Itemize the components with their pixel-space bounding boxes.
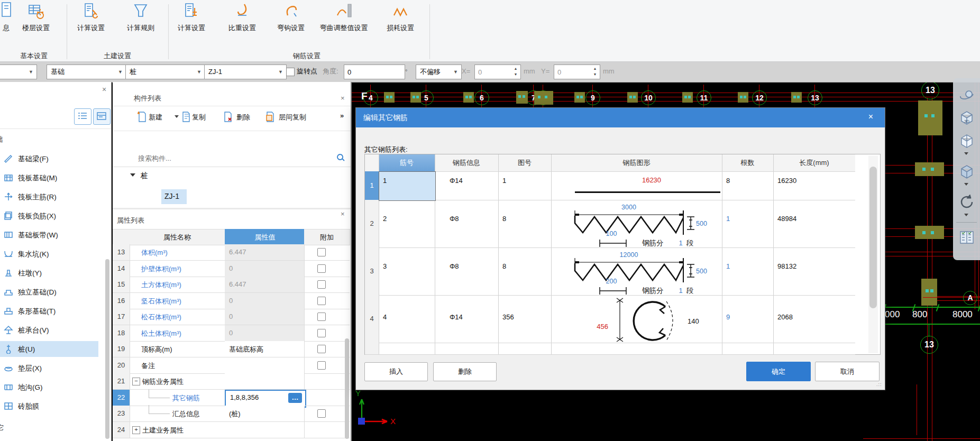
x-offset-stepper[interactable]: ▲▼: [474, 65, 521, 79]
view-tool-view-3d-icon[interactable]: 3D: [957, 108, 976, 127]
type-combo[interactable]: 桩▼: [125, 65, 205, 79]
expand-icon[interactable]: +: [132, 426, 140, 434]
cell-count[interactable]: 1: [726, 262, 730, 270]
cell-tuhao[interactable]: 8: [502, 262, 506, 270]
sidebar-item-垫层(X)[interactable]: 垫层(X): [0, 360, 106, 376]
property-value-cell[interactable]: 0: [225, 309, 305, 325]
scrollbar-thumb[interactable]: [345, 338, 349, 439]
cell-length[interactable]: 98132: [777, 262, 796, 270]
card-view-button[interactable]: [93, 108, 111, 125]
tree-expander-icon[interactable]: [130, 173, 135, 179]
search-box[interactable]: [113, 149, 351, 167]
view-tool-wireframe-box-icon[interactable]: [957, 131, 976, 150]
property-name-cell[interactable]: −钢筋业务属性: [130, 373, 225, 390]
property-name-cell[interactable]: 松土体积(m³): [130, 325, 225, 342]
chevron-down-icon[interactable]: [964, 183, 968, 188]
extra-checkbox[interactable]: [317, 264, 326, 273]
y-offset-input[interactable]: [554, 65, 590, 79]
extra-checkbox[interactable]: [317, 313, 326, 321]
cell-tuhao[interactable]: 1: [502, 177, 506, 185]
property-name-cell[interactable]: 其它钢筋: [130, 390, 225, 406]
search-input[interactable]: [137, 151, 335, 165]
property-value-cell[interactable]: [225, 373, 305, 390]
sidebar-item-条形基础(T)[interactable]: 条形基础(T): [0, 303, 106, 319]
extra-checkbox[interactable]: [317, 329, 326, 337]
property-value-cell[interactable]: [225, 357, 305, 374]
extra-checkbox[interactable]: [317, 361, 326, 370]
collapse-icon[interactable]: −: [132, 378, 140, 385]
column-header[interactable]: 根数: [722, 154, 773, 171]
sidebar-item-柱墩(Y)[interactable]: 柱墩(Y): [0, 265, 106, 281]
sidebar-item-集水坑(K)[interactable]: 集水坑(K): [0, 246, 106, 262]
view-tool-rotate-view-icon[interactable]: [957, 192, 976, 212]
property-name-cell[interactable]: 汇总信息: [130, 406, 225, 422]
column-header[interactable]: 筋号: [379, 154, 435, 171]
ellipsis-button[interactable]: …: [288, 393, 302, 403]
extra-checkbox[interactable]: [317, 248, 326, 256]
resize-grip[interactable]: .::: [876, 382, 883, 388]
sidebar-item-桩(U)[interactable]: 桩(U): [0, 341, 106, 357]
property-name-cell[interactable]: 体积(m³): [130, 244, 225, 261]
sidebar-item-基础梁(F)[interactable]: 基础梁(F): [0, 151, 106, 167]
scrollbar-thumb[interactable]: [869, 167, 877, 308]
property-value-cell[interactable]: [225, 422, 305, 438]
cell-jinhao[interactable]: 4: [383, 313, 387, 321]
new-button[interactable]: 新建: [135, 109, 168, 125]
sidebar-item-桩承台(V)[interactable]: 桩承台(V): [0, 322, 106, 338]
property-value-cell[interactable]: 6.447: [225, 277, 305, 293]
chevron-down-icon[interactable]: [964, 152, 968, 157]
view-tool-display-settings-icon[interactable]: [957, 227, 976, 246]
cell-jinhao[interactable]: 2: [383, 215, 387, 223]
extra-checkbox[interactable]: [317, 409, 326, 418]
sidebar-item-筏板基础(M)[interactable]: 筏板基础(M): [0, 170, 106, 186]
property-name-cell[interactable]: 松石体积(m³): [130, 309, 225, 325]
overflow-icon[interactable]: »: [340, 112, 344, 120]
close-icon[interactable]: ×: [341, 94, 345, 102]
property-value-cell[interactable]: 0: [225, 325, 305, 342]
sidebar-item-基础板带(W)[interactable]: 基础板带(W): [0, 227, 106, 243]
cell-length[interactable]: 16230: [777, 177, 796, 185]
interlayer-copy-button[interactable]: 层间复制: [263, 109, 320, 125]
column-header[interactable]: 长度(mm): [773, 154, 855, 171]
cell-length[interactable]: 48984: [777, 215, 796, 223]
delete-button[interactable]: 删除: [221, 109, 254, 125]
view-tool-solid-box-icon[interactable]: [957, 162, 976, 181]
cancel-button[interactable]: 取消: [815, 362, 880, 381]
column-header[interactable]: 图号: [498, 154, 551, 171]
copy-button[interactable]: 复制: [179, 109, 212, 125]
sidebar-item-地沟(G)[interactable]: 地沟(G): [0, 379, 106, 395]
x-offset-input[interactable]: [475, 65, 511, 79]
view-tool-orbit-icon[interactable]: [957, 85, 976, 104]
cell-rebar-info[interactable]: Φ8: [450, 262, 459, 270]
scrollbar-thumb[interactable]: [105, 259, 109, 439]
tree-parent-pile[interactable]: 桩: [141, 171, 148, 181]
column-header[interactable]: 钢筋信息: [435, 154, 498, 171]
rotate-point-checkbox[interactable]: [286, 68, 295, 76]
property-name-cell[interactable]: 护壁体积(m³): [130, 261, 225, 277]
extra-checkbox[interactable]: [317, 297, 326, 305]
chevron-down-icon[interactable]: [964, 214, 968, 218]
cell-count[interactable]: 9: [726, 313, 730, 321]
property-name-cell[interactable]: 备注: [130, 357, 225, 374]
list-view-button[interactable]: [74, 108, 91, 125]
module-combo[interactable]: 基础▼: [47, 65, 126, 79]
sidebar-item-独立基础(D)[interactable]: 独立基础(D): [0, 284, 106, 300]
extra-checkbox[interactable]: [317, 280, 326, 289]
offset-combo[interactable]: 不偏移▼: [416, 65, 462, 79]
close-icon[interactable]: ×: [341, 210, 345, 218]
dialog-titlebar[interactable]: 编辑其它钢筋 ×: [356, 108, 885, 127]
cell-rebar-info[interactable]: Φ8: [450, 215, 459, 223]
sidebar-item-砖胎膜[interactable]: 砖胎膜: [0, 398, 106, 414]
cell-tuhao[interactable]: 356: [502, 313, 514, 321]
sidebar-item-筏板负筋(X)[interactable]: 筏板负筋(X): [0, 208, 106, 224]
property-value-cell[interactable]: 基础底标高: [225, 341, 305, 357]
property-value-cell[interactable]: 1,8,8,356…: [225, 390, 306, 408]
extra-checkbox[interactable]: [317, 345, 326, 353]
property-name-cell[interactable]: 顶标高(m): [130, 341, 225, 357]
property-value-cell[interactable]: (桩): [225, 406, 305, 422]
cell-rebar-info[interactable]: Φ14: [450, 313, 463, 321]
chevron-down-icon[interactable]: [175, 115, 179, 120]
tree-item-zj1[interactable]: ZJ-1: [161, 189, 187, 204]
property-name-cell[interactable]: 土方体积(m³): [130, 277, 225, 293]
ok-button[interactable]: 确定: [746, 362, 811, 381]
